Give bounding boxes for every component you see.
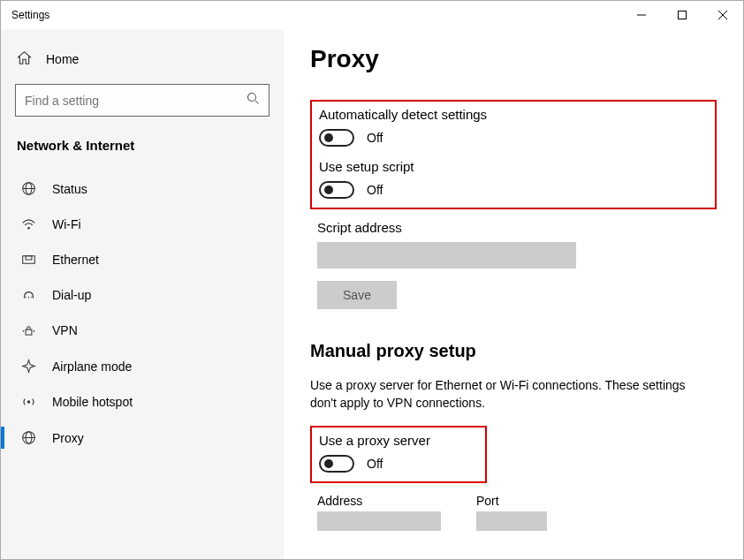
nav-label: Airplane mode [52, 359, 132, 374]
use-proxy-label: Use a proxy server [319, 433, 478, 448]
maximize-button[interactable] [662, 1, 702, 29]
sidebar-item-proxy[interactable]: Proxy [8, 420, 277, 456]
app-title: Settings [11, 9, 49, 21]
nav-label: Dial-up [52, 288, 91, 302]
auto-proxy-group: Automatically detect settings Off Use se… [310, 100, 717, 209]
section-header: Network & Internet [8, 134, 277, 170]
auto-detect-label: Automatically detect settings [319, 107, 708, 122]
proxy-icon [20, 430, 36, 445]
address-input [317, 511, 441, 531]
nav-list: Status Wi-Fi Ethernet Dial-up VPN Airpla… [8, 170, 277, 456]
vpn-icon [20, 324, 36, 337]
sidebar-item-hotspot[interactable]: Mobile hotspot [8, 384, 277, 420]
sidebar-item-status[interactable]: Status [8, 170, 277, 207]
nav-label: Mobile hotspot [52, 395, 133, 409]
airplane-icon [20, 359, 36, 374]
manual-section-title: Manual proxy setup [310, 341, 717, 361]
use-proxy-toggle[interactable] [319, 455, 354, 473]
hotspot-icon [20, 396, 36, 408]
auto-detect-toggle[interactable] [319, 129, 354, 147]
script-address-label: Script address [317, 220, 710, 235]
setup-script-state: Off [367, 183, 383, 197]
titlebar: Settings [1, 1, 743, 29]
sidebar-item-airplane[interactable]: Airplane mode [8, 348, 277, 384]
nav-label: Proxy [52, 431, 84, 445]
sidebar-item-vpn[interactable]: VPN [8, 313, 277, 348]
main-content: Proxy Automatically detect settings Off … [284, 29, 743, 559]
svg-point-17 [33, 330, 34, 332]
setup-script-toggle[interactable] [319, 181, 354, 199]
save-button: Save [317, 281, 397, 309]
svg-rect-11 [26, 256, 32, 260]
sidebar-item-ethernet[interactable]: Ethernet [8, 242, 277, 277]
ethernet-icon [20, 254, 36, 266]
search-box[interactable] [15, 84, 270, 117]
manual-desc: Use a proxy server for Ethernet or Wi-Fi… [310, 377, 708, 412]
svg-point-9 [27, 227, 30, 230]
sidebar: Home Network & Internet Status Wi-Fi Eth… [1, 29, 284, 559]
sidebar-item-dialup[interactable]: Dial-up [8, 277, 277, 313]
svg-point-16 [22, 330, 24, 332]
port-label: Port [476, 494, 547, 508]
nav-label: Wi-Fi [52, 217, 81, 231]
address-label: Address [317, 494, 441, 508]
home-label: Home [46, 52, 79, 66]
search-icon [247, 92, 260, 109]
sidebar-item-wifi[interactable]: Wi-Fi [8, 207, 277, 242]
use-proxy-group: Use a proxy server Off [310, 426, 487, 483]
svg-rect-1 [679, 11, 687, 19]
svg-rect-15 [26, 329, 32, 335]
dialup-icon [20, 289, 36, 301]
wifi-icon [20, 218, 36, 231]
home-icon [17, 50, 32, 68]
window-controls [621, 1, 743, 29]
script-address-input [317, 242, 576, 269]
setup-script-label: Use setup script [319, 159, 708, 174]
nav-label: Status [52, 182, 87, 196]
nav-label: Ethernet [52, 253, 99, 267]
close-button[interactable] [702, 1, 743, 29]
auto-detect-state: Off [367, 131, 383, 145]
svg-point-18 [27, 400, 29, 403]
search-input[interactable] [25, 94, 247, 108]
svg-line-5 [255, 101, 259, 104]
use-proxy-state: Off [367, 457, 383, 471]
status-icon [20, 181, 36, 196]
nav-label: VPN [52, 323, 78, 337]
page-title: Proxy [310, 45, 717, 73]
home-nav[interactable]: Home [8, 42, 277, 84]
minimize-button[interactable] [621, 1, 662, 29]
svg-point-4 [248, 94, 256, 102]
port-input [476, 511, 547, 531]
